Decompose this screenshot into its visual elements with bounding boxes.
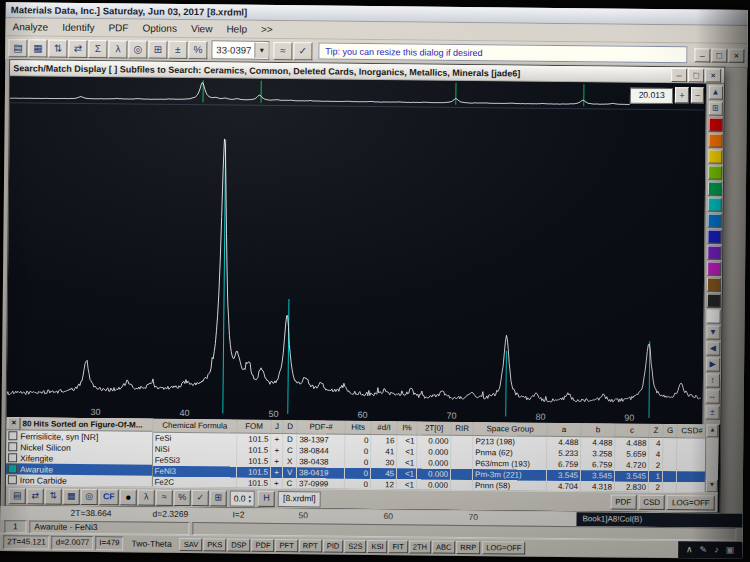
expand-vertical-icon[interactable]: ↕ [705, 373, 719, 387]
spin-down-icon[interactable]: ▾ [248, 498, 251, 503]
close-button[interactable]: × [705, 68, 721, 82]
palette-color-swatch[interactable] [706, 309, 720, 323]
phase-color-swatch[interactable] [8, 431, 17, 440]
hits-row[interactable]: Nickel Silicon [6, 441, 152, 454]
palette-color-swatch[interactable] [708, 133, 722, 147]
grid-icon[interactable]: ⊞ [210, 490, 227, 506]
swap-axes-icon[interactable]: ⇄ [68, 39, 87, 57]
phase-color-swatch[interactable] [8, 475, 17, 484]
close-button[interactable]: × [728, 48, 744, 62]
palette-color-swatch[interactable] [707, 197, 721, 211]
grid-icon[interactable]: ⊞ [148, 40, 167, 58]
maximize-button[interactable]: □ [711, 48, 727, 62]
offset-spinner[interactable]: 0.0▴▾ [230, 490, 256, 506]
menu-item-help[interactable]: Help [219, 22, 254, 35]
column-header-fom[interactable]: FOM [237, 420, 271, 434]
status-button-pid[interactable]: PID [323, 539, 344, 552]
pdf-view-button[interactable]: PDF [610, 494, 636, 509]
pattern-overlay-icon[interactable]: ▦ [28, 39, 47, 57]
pattern-color-button[interactable]: ● [120, 489, 137, 505]
status-button-dsp[interactable]: DSP [227, 538, 251, 551]
layout-icon[interactable]: ⊞ [708, 101, 722, 115]
error-bars-icon[interactable]: ± [168, 40, 187, 58]
scroll-up-icon[interactable]: ▲ [706, 424, 718, 437]
column-header-j[interactable]: J [271, 420, 283, 434]
palette-color-swatch[interactable] [707, 181, 721, 195]
report-icon[interactable]: ▤ [8, 39, 27, 57]
pan-left-icon[interactable]: ◀ [706, 341, 720, 355]
menu-item-more[interactable]: >> [254, 23, 280, 36]
chemistry-filter-button[interactable]: CF [99, 489, 119, 505]
palette-color-swatch[interactable] [706, 277, 720, 291]
column-header-i[interactable]: I% [397, 421, 417, 435]
pdf-number-combo[interactable]: 33-0397 ▾ [211, 40, 269, 60]
pen-icon[interactable]: ✎ [700, 544, 708, 554]
palette-color-swatch[interactable] [708, 117, 722, 131]
column-header-d[interactable]: D [283, 420, 297, 434]
scroll-down-icon[interactable]: ▼ [706, 325, 720, 339]
smooth-icon[interactable]: ≈ [156, 489, 173, 505]
marker-icon[interactable]: ◎ [81, 488, 98, 504]
scrollbar-track[interactable] [706, 437, 718, 479]
palette-color-swatch[interactable] [707, 261, 721, 275]
menu-item-pdf[interactable]: PDF [101, 21, 135, 34]
column-header-d-i[interactable]: #d/I [371, 421, 397, 435]
column-header-z[interactable]: Z [649, 424, 663, 438]
minimize-button[interactable]: – [694, 48, 710, 62]
check-icon[interactable]: ✓ [293, 42, 312, 60]
column-header-csd[interactable]: CSD# [677, 424, 706, 438]
phase-color-swatch[interactable] [8, 442, 17, 451]
palette-color-swatch[interactable] [708, 165, 722, 179]
percent-icon[interactable]: % [188, 41, 207, 59]
log-scale-toggle[interactable]: LOG=OFF [482, 541, 525, 554]
column-header-g[interactable]: G [663, 424, 677, 438]
percent-icon[interactable]: % [174, 489, 191, 505]
log-toggle-button[interactable]: LOG=OFF [667, 495, 715, 510]
palette-color-swatch[interactable] [707, 229, 721, 243]
status-button-fit[interactable]: FIT [388, 540, 407, 553]
phase-color-swatch[interactable] [8, 464, 17, 473]
palette-color-swatch[interactable] [707, 213, 721, 227]
column-header-hits[interactable]: Hits [345, 421, 371, 435]
column-header-rir[interactable]: RIR [451, 422, 473, 436]
column-header-a[interactable]: a [547, 423, 581, 437]
display-icon[interactable]: ▣ [726, 545, 735, 555]
phase-color-swatch[interactable] [8, 453, 17, 462]
csd-button[interactable]: CSD [638, 495, 665, 510]
zoom-out-button[interactable]: − [691, 87, 704, 103]
scroll-down-icon[interactable]: ▼ [706, 479, 718, 492]
tray-expand-icon[interactable]: ∧ [686, 544, 693, 554]
column-header-space-group[interactable]: Space Group [473, 422, 547, 436]
status-button-pks[interactable]: PKS [203, 538, 226, 551]
spinner-arrows-icon[interactable]: ▴▾ [248, 493, 251, 503]
table-scrollbar[interactable]: ▲ ▼ [705, 424, 719, 492]
status-button-rpt[interactable]: RPT [299, 539, 322, 552]
sort-icon[interactable]: ⇅ [48, 39, 67, 57]
column-header-2t-0[interactable]: 2T[0] [417, 421, 451, 435]
list-icon[interactable]: ▤ [9, 488, 26, 504]
status-button-ksi[interactable]: KSI [367, 539, 387, 552]
expand-horizontal-icon[interactable]: ↔ [705, 389, 719, 403]
column-header-chemical-formula[interactable]: Chemical Formula [153, 419, 237, 433]
hits-row[interactable]: Ferrisilicite, syn [NR] [6, 430, 152, 443]
status-button-rrp[interactable]: RRP [456, 540, 480, 553]
hits-row[interactable]: Xifengite [6, 452, 152, 465]
compare-icon[interactable]: ⇄ [27, 488, 44, 504]
wavelength-icon[interactable]: λ [138, 489, 155, 505]
close-hits-icon[interactable]: × [7, 417, 20, 430]
tile-icon[interactable]: ▦ [63, 488, 80, 504]
palette-color-swatch[interactable] [706, 293, 720, 307]
summation-icon[interactable]: Σ [88, 39, 107, 57]
menu-item-options[interactable]: Options [135, 21, 184, 35]
zoom-reset-icon[interactable]: ± [705, 405, 719, 419]
chevron-down-icon[interactable]: ▾ [254, 43, 268, 58]
column-header-pdf[interactable]: PDF-# [297, 420, 345, 434]
menu-item-view[interactable]: View [184, 22, 220, 35]
menu-item-analyze[interactable]: Analyze [6, 20, 56, 34]
wavelength-icon[interactable]: λ [108, 40, 127, 58]
match-table[interactable]: Chemical FormulaFOMJDPDF-#Hits#d/II%2T[0… [152, 419, 705, 493]
minimize-button[interactable]: – [671, 68, 687, 82]
column-header-c[interactable]: c [615, 424, 649, 438]
menu-item-identify[interactable]: Identify [55, 21, 101, 34]
column-header-b[interactable]: b [581, 423, 615, 437]
